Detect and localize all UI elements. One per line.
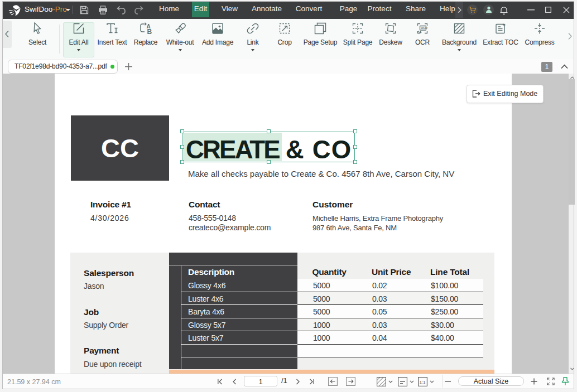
svg-text:OCR: OCR: [421, 26, 427, 30]
svg-text:1:1: 1:1: [419, 380, 426, 385]
svg-text:B: B: [147, 28, 152, 36]
